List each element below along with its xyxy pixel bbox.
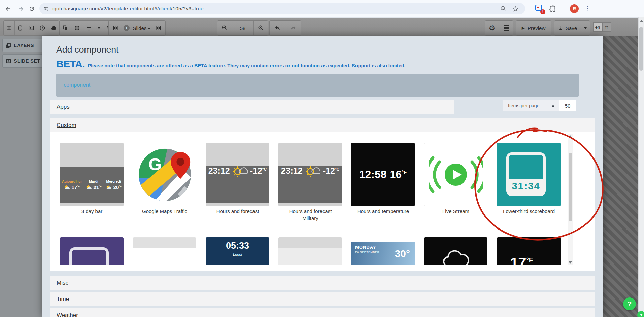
- sun-cloud-icon: [232, 164, 248, 177]
- component-card-live-stream[interactable]: [424, 143, 487, 206]
- component-list-viewport: Aujourd'hui ⛅ 17°c Mardi ⛅ 21°c Mercredi…: [50, 132, 595, 265]
- workspace-background: [603, 36, 638, 317]
- menu-lines-icon[interactable]: [499, 21, 513, 35]
- scoreboard-score: 31:34: [509, 179, 543, 193]
- component-card-hours-and-temperature[interactable]: 12:58 16°F: [351, 143, 415, 206]
- component-card-hours-and-forecast[interactable]: 23:12 -12°C: [206, 143, 269, 206]
- list-scroll-down-icon[interactable]: [569, 261, 572, 264]
- weather-tool-button[interactable]: [48, 21, 59, 35]
- page-scrollbar-thumb[interactable]: [639, 27, 643, 71]
- component-card-google-maps-traffic[interactable]: G: [133, 143, 196, 206]
- back-icon[interactable]: [4, 5, 12, 13]
- layers-icon: [6, 43, 11, 48]
- cloud-icon: [441, 249, 471, 265]
- undo-button[interactable]: [270, 21, 285, 35]
- svg-text:G: G: [148, 155, 162, 174]
- component-label[interactable]: 3 day bar: [56, 208, 128, 215]
- screen: igotchasignage.com/v2/template-editor.ht…: [0, 0, 644, 317]
- component-label[interactable]: Live Stream: [419, 208, 492, 215]
- site-settings-icon[interactable]: [43, 5, 50, 12]
- zoom-level-field[interactable]: 58: [232, 21, 254, 35]
- gear-icon[interactable]: ⚙: [485, 21, 499, 35]
- sidebar-item-slide-settings[interactable]: SLIDE SET: [2, 54, 43, 68]
- component-label[interactable]: Google Maps Traffic: [128, 208, 201, 215]
- items-per-page-label: Items per page: [508, 103, 552, 108]
- component-card-hours-and-forecast-military[interactable]: 23:12 -12°C: [278, 143, 342, 206]
- beta-word: BETA.: [56, 58, 85, 70]
- settings-group: ⚙: [485, 20, 513, 36]
- text-tool-button[interactable]: [4, 21, 15, 35]
- items-per-page-control[interactable]: Items per page 50: [503, 100, 576, 111]
- sidebar-item-layers[interactable]: LAYERS: [2, 39, 43, 52]
- beta-message: Please note that components are offered …: [88, 63, 405, 68]
- left-sidebar: LAYERS SLIDE SET: [0, 36, 43, 317]
- move-options-caret[interactable]: [95, 21, 103, 35]
- edit-tool-group: [59, 20, 115, 36]
- paste-button[interactable]: [60, 21, 71, 35]
- history-group: [269, 20, 301, 36]
- slides-label: Slides: [133, 25, 147, 31]
- preview-button[interactable]: ▶ Preview: [516, 21, 551, 35]
- slides-group: 1 Slides: [108, 20, 166, 36]
- items-per-page-value[interactable]: 50: [559, 100, 576, 111]
- scroll-down-button[interactable]: ▼: [637, 311, 644, 317]
- component-label[interactable]: Hours and forecast Military: [274, 208, 347, 222]
- redo-button[interactable]: [285, 21, 301, 35]
- section-apps[interactable]: Apps: [50, 100, 454, 114]
- shape-tool-button[interactable]: [15, 21, 26, 35]
- save-options-caret[interactable]: [581, 21, 590, 35]
- items-per-page-caret-icon[interactable]: [552, 105, 554, 107]
- bookmark-star-icon[interactable]: [512, 5, 519, 12]
- help-button[interactable]: ?: [623, 297, 636, 310]
- reload-icon[interactable]: [28, 5, 36, 13]
- component-card-partial-light[interactable]: [133, 237, 196, 265]
- clock-tool-button[interactable]: [37, 21, 48, 35]
- lang-en-button[interactable]: en: [593, 22, 602, 32]
- component-label[interactable]: Hours and temperature: [347, 208, 419, 215]
- profile-avatar[interactable]: R: [570, 4, 579, 13]
- component-label[interactable]: Hours and forecast: [201, 208, 274, 215]
- zoom-out-page-icon[interactable]: [500, 5, 507, 12]
- ai-sidepanel-extension-icon[interactable]: !: [535, 4, 543, 13]
- zoom-out-button[interactable]: [254, 21, 268, 35]
- zoom-in-button[interactable]: [217, 21, 232, 35]
- image-tool-button[interactable]: [26, 21, 37, 35]
- move-button[interactable]: [83, 21, 95, 35]
- component-card-3-day-bar[interactable]: Aujourd'hui ⛅ 17°c Mardi ⛅ 21°c Mercredi…: [60, 143, 124, 206]
- list-scrollbar-thumb[interactable]: [569, 153, 572, 221]
- first-slide-button[interactable]: [109, 21, 122, 35]
- section-weather[interactable]: Weather: [50, 308, 595, 317]
- live-stream-icon: [429, 153, 483, 197]
- section-custom[interactable]: Custom: [50, 118, 595, 132]
- component-card-partial-gray[interactable]: [278, 237, 342, 265]
- extensions-puzzle-icon[interactable]: [549, 5, 557, 13]
- forward-icon[interactable]: [17, 5, 25, 13]
- list-scroll-up-icon[interactable]: [569, 135, 572, 138]
- url-bar[interactable]: igotchasignage.com/v2/template-editor.ht…: [39, 3, 525, 14]
- save-button[interactable]: Save: [554, 21, 581, 35]
- beta-notice: BETA. Please note that components are of…: [56, 58, 406, 70]
- component-card-lower-third-scoreboard[interactable]: 31:34: [497, 143, 561, 206]
- browser-chrome: igotchasignage.com/v2/template-editor.ht…: [0, 0, 644, 18]
- list-scrollbar[interactable]: [568, 134, 573, 265]
- grid-button[interactable]: [71, 21, 83, 35]
- modal-title: Add component: [56, 45, 118, 55]
- component-card-partial-purple-scoreboard[interactable]: [60, 237, 124, 265]
- slides-dropdown[interactable]: 1 Slides: [122, 21, 152, 35]
- component-card-partial-clock-fr[interactable]: 05:33 Lundi: [206, 237, 269, 265]
- chrome-menu-icon[interactable]: ⋮: [584, 4, 590, 13]
- component-card-partial-cloud[interactable]: [424, 237, 487, 265]
- section-time[interactable]: Time: [50, 292, 595, 306]
- section-misc[interactable]: Misc: [50, 276, 595, 290]
- component-list: Aujourd'hui ⛅ 17°c Mardi ⛅ 21°c Mercredi…: [50, 132, 595, 271]
- scrollbar-up-icon[interactable]: [640, 20, 643, 22]
- last-slide-button[interactable]: [152, 21, 165, 35]
- url-text[interactable]: igotchasignage.com/v2/template-editor.ht…: [52, 6, 500, 12]
- save-group: Save: [554, 20, 590, 36]
- banner-temp: 30°: [395, 248, 410, 259]
- component-label[interactable]: Lower-third scoreboard: [493, 208, 565, 215]
- component-card-partial-temp[interactable]: 17°F: [497, 237, 561, 265]
- component-card-partial-date-banner[interactable]: MONDAY 26 SEPTEMBER 30°: [351, 237, 415, 265]
- component-search-input[interactable]: [56, 74, 579, 97]
- lang-fr-button[interactable]: fr: [602, 22, 611, 32]
